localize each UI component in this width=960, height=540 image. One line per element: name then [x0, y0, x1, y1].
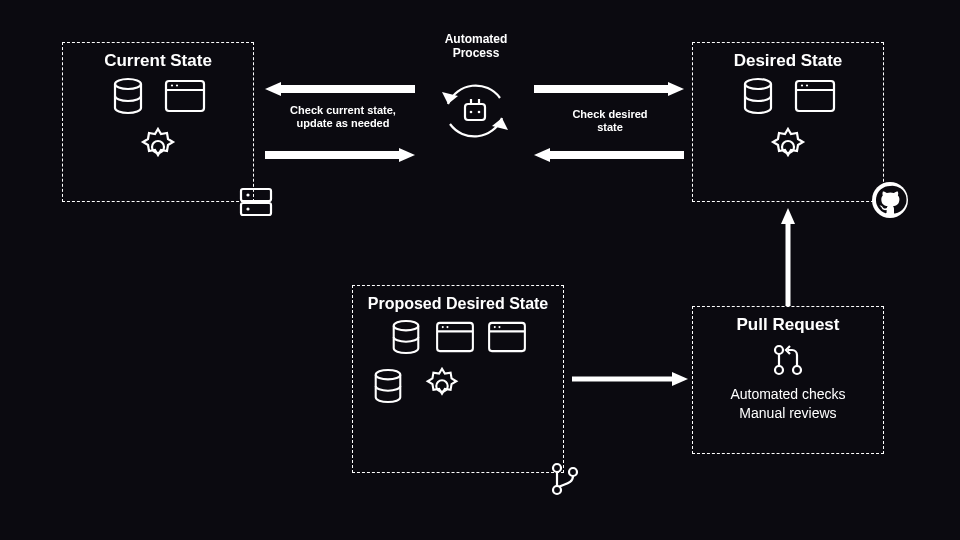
- svg-marker-53: [781, 208, 795, 224]
- svg-marker-27: [399, 148, 415, 162]
- automated-process-label: Automated Process: [430, 32, 522, 61]
- arrow-up-icon: [781, 208, 795, 306]
- github-icon: [870, 180, 910, 220]
- svg-point-41: [376, 370, 401, 379]
- database-icon: [389, 319, 423, 355]
- gear-icon: [421, 365, 463, 407]
- svg-point-36: [446, 326, 448, 328]
- database-icon: [110, 77, 146, 115]
- svg-point-43: [553, 464, 561, 472]
- arrow-right-icon: [534, 82, 684, 96]
- pull-request-box: Pull Request Automated checks Manual rev…: [692, 306, 884, 454]
- svg-point-32: [394, 321, 419, 330]
- svg-point-45: [569, 468, 577, 476]
- svg-point-8: [246, 193, 249, 196]
- window-icon: [487, 321, 527, 353]
- sync-icon: [432, 68, 518, 154]
- svg-rect-7: [241, 203, 271, 215]
- gear-icon: [136, 125, 180, 169]
- window-icon: [435, 321, 475, 353]
- arrow-right-icon: [265, 148, 415, 162]
- svg-rect-6: [241, 189, 271, 201]
- svg-marker-51: [672, 372, 688, 386]
- window-icon: [794, 79, 836, 113]
- pull-request-sub2: Manual reviews: [703, 404, 873, 422]
- svg-point-48: [793, 366, 801, 374]
- svg-rect-28: [534, 85, 670, 93]
- svg-rect-52: [786, 222, 791, 306]
- svg-marker-31: [534, 148, 550, 162]
- gear-icon: [766, 125, 810, 169]
- svg-point-35: [442, 326, 444, 328]
- svg-point-40: [498, 326, 500, 328]
- svg-point-4: [176, 85, 178, 87]
- svg-rect-19: [465, 104, 485, 120]
- window-icon: [164, 79, 206, 113]
- desired-state-box: Desired State: [692, 42, 884, 202]
- proposed-desired-state-box: Proposed Desired State: [352, 285, 564, 473]
- check-current-label: Check current state, update as needed: [288, 104, 398, 130]
- svg-rect-50: [572, 377, 674, 382]
- svg-point-14: [806, 85, 808, 87]
- database-icon: [371, 368, 405, 404]
- server-icon: [238, 184, 274, 220]
- current-state-box: Current State: [62, 42, 254, 202]
- svg-point-47: [775, 366, 783, 374]
- svg-point-3: [171, 85, 173, 87]
- proposed-desired-state-title: Proposed Desired State: [363, 294, 553, 313]
- svg-point-46: [775, 346, 783, 354]
- svg-point-23: [478, 111, 481, 114]
- svg-rect-30: [548, 151, 684, 159]
- desired-state-title: Desired State: [703, 51, 873, 71]
- pull-request-title: Pull Request: [703, 315, 873, 335]
- svg-rect-26: [265, 151, 401, 159]
- current-state-title: Current State: [73, 51, 243, 71]
- arrow-left-icon: [534, 148, 684, 162]
- svg-point-22: [470, 111, 473, 114]
- arrow-right-icon: [572, 372, 688, 386]
- git-branch-icon: [548, 460, 582, 498]
- svg-point-39: [494, 326, 496, 328]
- svg-rect-24: [279, 85, 415, 93]
- check-desired-label: Check desired state: [560, 108, 660, 134]
- svg-marker-25: [265, 82, 281, 96]
- database-icon: [740, 77, 776, 115]
- svg-point-0: [115, 79, 141, 89]
- arrow-left-icon: [265, 82, 415, 96]
- svg-marker-29: [668, 82, 684, 96]
- svg-point-9: [246, 207, 249, 210]
- svg-point-13: [801, 85, 803, 87]
- pull-request-sub1: Automated checks: [703, 385, 873, 403]
- svg-point-10: [745, 79, 771, 89]
- pull-request-icon: [770, 341, 806, 379]
